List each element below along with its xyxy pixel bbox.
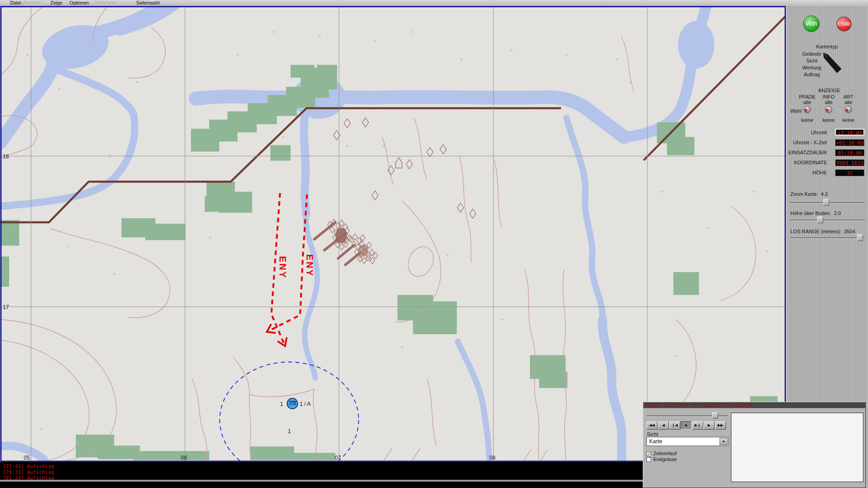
kartentyp-title: Kartentyp [804,44,850,49]
grid-label-08: 08 [489,455,496,461]
playback-panel: 29 SEP 13:10:00H H +01:10:00 T +01:10:00… [643,402,866,488]
unit-label-left: 1 [280,401,283,407]
playback-title-bar: 29 SEP 13:10:00H H +01:10:00 T +01:10:00 [643,402,865,408]
info-knob[interactable] [825,106,832,113]
timeline-thumb[interactable] [712,412,718,419]
xzeit-label: Uhrzeit - X-Zeit [781,139,827,146]
xzeit-display: +01:10:00 [835,139,864,146]
timeline-slider[interactable] [646,415,728,417]
ereignisse-checkbox[interactable] [646,457,651,462]
console-divider [0,480,643,482]
zoom-karte-slider[interactable] [790,202,865,204]
menu-ausloeser: Auslöser [23,0,42,6]
terrain-background [0,6,787,462]
los-range-value: 3504 [844,229,855,234]
zeitverlauf-row: ✓Zeitverlauf [646,451,677,457]
unit-label-right: 1 / A [300,401,311,407]
grid-label-17: 17 [3,304,9,310]
event-console: [77:41] Aufschlag [78:31] Aufschlag [81:… [0,462,643,488]
hoehe-boden-slider[interactable] [790,220,865,221]
pfade-knob[interactable] [804,106,811,113]
play-reverse-button[interactable]: ◀ [658,421,669,430]
event-listbox[interactable] [731,413,863,482]
simulation-window: 18 17 05 06 07 08 [0,0,868,488]
grid-label-07: 07 [335,455,341,461]
los-range-slider[interactable] [790,237,865,239]
uhrzeit-label: Uhrzeit [781,129,827,136]
unit-label-below: 1 [288,428,291,435]
eny-label-right: ENY [305,254,315,277]
hoehe-display: 37 [835,169,864,176]
los-range-label: LOS RANGE (meters): 3504 [790,229,855,234]
koordinate-display: 0903 1631 [835,159,864,166]
einsatzdauer-display: 01:10:00 [835,149,864,156]
hoehe-boden-label: Höhe über Boden: 2.0 [790,210,841,216]
view-dropdown[interactable]: Karte ▼ [646,437,729,446]
hoehe-boden-value: 2.0 [834,210,841,216]
anzeige-title: ANZEIGE [806,88,852,93]
anzeige-column-art: ART alle keine [835,94,862,123]
art-keine-label: keine [835,117,862,123]
art-alle-label: alle [835,100,862,105]
eny-label-left: ENY [278,256,288,279]
art-label: ART [835,94,862,100]
grid-label-05: 05 [24,455,30,461]
einsatzdauer-label: EINSATZDAUER [781,149,827,156]
menu-datei[interactable]: Datei [10,0,21,6]
grid-label-06: 06 [181,455,187,461]
ereignisse-row: Ereignisse [646,457,677,462]
menu-seitenwahl[interactable]: Seitenwahl [136,0,159,6]
los-range-thumb[interactable] [857,234,863,241]
zoom-karte-thumb[interactable] [823,199,829,206]
console-line: [78:31] Aufschlag [0,469,643,475]
grid-label-18: 18 [3,153,9,160]
map-canvas[interactable]: 18 17 05 06 07 08 [0,0,787,462]
zoom-karte-label: Zoom Karte: 4.3 [790,191,828,197]
console-line: [77:41] Aufschlag [0,462,643,469]
sicht-label: Sicht [647,431,658,437]
pen-pointer-icon [821,52,843,75]
menu-optionen[interactable]: Optionen [69,0,89,6]
zeitverlauf-checkbox[interactable]: ✓ [646,452,651,457]
zeitverlauf-label: Zeitverlauf [653,451,677,456]
play-button[interactable]: ▶ [704,421,715,430]
step-back-button[interactable]: ❙◀ [669,421,680,430]
step-forward-button[interactable]: ▶❙ [692,421,703,430]
view-dropdown-value: Karte [649,438,662,445]
menu-teilnehmer: Teilnehmer [94,0,117,6]
friendly-unit-symbol[interactable] [287,399,298,409]
ereignisse-label: Ereignisse [653,457,677,462]
rewind-fast-button[interactable]: ◀◀ [646,421,657,430]
koordinate-label: KOORDINATE [781,159,827,166]
hoehe-label: HÖHE [781,169,827,176]
zoom-karte-value: 4.3 [821,191,828,197]
menu-zeige[interactable]: Zeige [50,0,62,6]
stop-button[interactable]: ■ [681,421,692,430]
repeat-button[interactable]: Wdh [803,16,820,32]
hoehe-boden-thumb[interactable] [817,216,823,223]
dropdown-arrow-icon[interactable]: ▼ [720,438,728,445]
menu-bar: Datei Auslöser Zeige Optionen Teilnehmer… [0,0,868,6]
art-knob[interactable] [845,106,852,113]
end-button[interactable]: Ende [836,16,852,31]
uhrzeit-display: 13:10:00 [835,129,864,136]
forward-fast-button[interactable]: ▶▶ [715,421,726,430]
